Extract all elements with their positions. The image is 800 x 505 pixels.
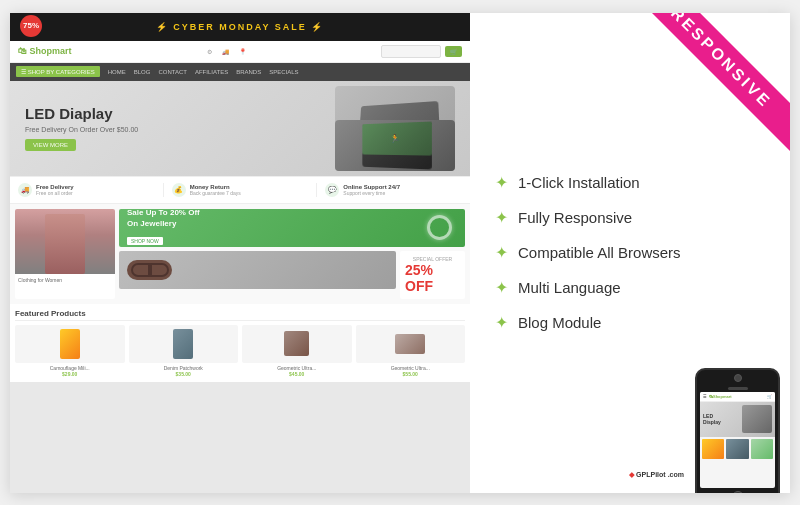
- feature-return-desc: Back guarantee 7 days: [190, 190, 309, 196]
- check-icon-2: ✦: [495, 208, 508, 227]
- featured-price-1: $35.00: [129, 371, 239, 377]
- clothing-label: Clothing for Women: [15, 274, 115, 286]
- feature-support: 💬 Online Support 24/7 Support every time: [317, 183, 470, 197]
- hero-cta-button[interactable]: VIEW MORE: [25, 139, 76, 151]
- hero-title: LED Diaplay: [25, 105, 335, 123]
- nav-affiliates[interactable]: AFFILIATES: [195, 69, 228, 75]
- phone-camera: [734, 374, 742, 382]
- features-list: ✦ 1-Click Installation ✦ Fully Responsiv…: [495, 165, 765, 340]
- featured-price-0: $29.00: [15, 371, 125, 377]
- featured-img-1: [129, 325, 239, 363]
- phone-home-button: [732, 491, 744, 493]
- jewellery-promo: Sale Up To 20% OffOn Jewellery SHOP NOW: [119, 209, 465, 247]
- phone-product-3: [751, 439, 773, 459]
- featured-item-extra: Geometric Ultra... $55.00: [356, 325, 466, 377]
- feature-language-label: Multi Language: [518, 279, 621, 296]
- featured-item-0: Camouflage Mili... $29.00: [15, 325, 125, 377]
- feature-blog-label: Blog Module: [518, 314, 601, 331]
- featured-img-2: [242, 325, 352, 363]
- feature-delivery-desc: Free on all order: [36, 190, 155, 196]
- featured-title: Featured Products: [15, 309, 465, 321]
- search-box[interactable]: [381, 45, 441, 58]
- clothing-promo-col: Clothing for Women: [15, 209, 115, 299]
- main-container: 75% ⚡ CYBER MONDAY SALE ⚡ 🛍 Shopmart ⚙🚚📍…: [10, 13, 790, 493]
- special-offer-box: SPECIAL OFFER 25% OFF: [400, 251, 465, 299]
- featured-products-section: Featured Products Camouflage Mili... $29…: [10, 304, 470, 382]
- clothing-image: [15, 209, 115, 274]
- check-icon-4: ✦: [495, 278, 508, 297]
- return-icon: 💰: [172, 183, 186, 197]
- featured-price-extra: $55.00: [356, 371, 466, 377]
- featured-item-2: Geometric Ultra... $45.00: [242, 325, 352, 377]
- nav-icons: ⚙🚚📍: [207, 48, 246, 55]
- feature-browsers: ✦ Compatible All Browsers: [495, 235, 765, 270]
- phone-logo: 🛍Shopmart: [709, 394, 732, 399]
- feature-1-click-label: 1-Click Installation: [518, 174, 640, 191]
- discount-badge: 75%: [20, 15, 42, 37]
- discount-percentage: 25% OFF: [405, 262, 460, 294]
- phone-speaker: [728, 387, 748, 390]
- feature-browsers-label: Compatible All Browsers: [518, 244, 681, 261]
- featured-grid: Camouflage Mili... $29.00 Denim Patchwor…: [15, 325, 465, 377]
- cart-button[interactable]: 🛒: [445, 46, 462, 57]
- featured-item-1: Denim Patchwork $35.00: [129, 325, 239, 377]
- gpl-text: GPLPilot: [636, 471, 666, 478]
- nav-brands[interactable]: BRANDS: [236, 69, 261, 75]
- banner-strip: 75% ⚡ CYBER MONDAY SALE ⚡: [10, 13, 470, 41]
- phone-product-2: [726, 439, 748, 459]
- featured-img-extra: [356, 325, 466, 363]
- nav-home[interactable]: HOME: [108, 69, 126, 75]
- hero-banner: LED Diaplay Free Delivery On Order Over …: [10, 81, 470, 176]
- sale-banner-text: ⚡ CYBER MONDAY SALE ⚡: [156, 22, 325, 32]
- features-row: 🚚 Free Delivery Free on all order 💰 Mone…: [10, 176, 470, 204]
- lower-promos: SPECIAL OFFER 25% OFF: [119, 251, 465, 299]
- phone-product-1: [702, 439, 724, 459]
- feature-blog: ✦ Blog Module: [495, 305, 765, 340]
- phone-products: [700, 437, 775, 461]
- categories-button[interactable]: ☰ SHOP BY CATEGORIES: [16, 66, 100, 77]
- phone-screen: ☰ 🛍Shopmart 🛒 LEDDisplay: [700, 392, 775, 488]
- sunglasses-promo: [119, 251, 396, 289]
- feature-return: 💰 Money Return Back guarantee 7 days: [164, 183, 318, 197]
- feature-support-desc: Support every time: [343, 190, 462, 196]
- feature-responsive-label: Fully Responsive: [518, 209, 632, 226]
- feature-responsive: ✦ Fully Responsive: [495, 200, 765, 235]
- products-section: Clothing for Women Sale Up To 20% OffOn …: [10, 204, 470, 304]
- nav-contact[interactable]: CONTACT: [158, 69, 187, 75]
- category-nav: ☰ SHOP BY CATEGORIES HOME BLOG CONTACT A…: [10, 63, 470, 81]
- hero-text: LED Diaplay Free Delivery On Order Over …: [25, 105, 335, 151]
- hero-subtitle: Free Delivery On Order Over $50.00: [25, 126, 335, 133]
- nav-specials[interactable]: SPECIALS: [269, 69, 298, 75]
- feature-language: ✦ Multi Language: [495, 270, 765, 305]
- store-logo: 🛍 Shopmart: [18, 46, 72, 56]
- gpl-domain: .com: [668, 471, 684, 478]
- featured-price-2: $45.00: [242, 371, 352, 377]
- jewellery-promo-text: Sale Up To 20% OffOn Jewellery: [127, 208, 200, 229]
- gpl-diamond-icon: ◆: [629, 471, 634, 479]
- feature-1-click: ✦ 1-Click Installation: [495, 165, 765, 200]
- promo-col: Sale Up To 20% OffOn Jewellery SHOP NOW: [119, 209, 465, 299]
- support-icon: 💬: [325, 183, 339, 197]
- promo-shop-now[interactable]: SHOP NOW: [127, 237, 163, 245]
- phone-mockup: ☰ 🛍Shopmart 🛒 LEDDisplay: [695, 368, 780, 493]
- gpl-badge: ◆ GPLPilot.com: [623, 469, 690, 481]
- featured-img-0: [15, 325, 125, 363]
- website-screenshot: 75% ⚡ CYBER MONDAY SALE ⚡ 🛍 Shopmart ⚙🚚📍…: [10, 13, 470, 493]
- right-panel: RESPONSIVE ✦ 1-Click Installation ✦ Full…: [470, 13, 790, 493]
- nav-bar: 🛍 Shopmart ⚙🚚📍 🛒: [10, 41, 470, 63]
- check-icon-1: ✦: [495, 173, 508, 192]
- check-icon-3: ✦: [495, 243, 508, 262]
- hero-product-image: 🏃: [335, 86, 455, 171]
- feature-delivery: 🚚 Free Delivery Free on all order: [10, 183, 164, 197]
- nav-blog[interactable]: BLOG: [134, 69, 151, 75]
- ribbon-wrap: RESPONSIVE: [640, 13, 790, 163]
- delivery-icon: 🚚: [18, 183, 32, 197]
- phone-nav-bar: ☰ 🛍Shopmart 🛒: [700, 392, 775, 402]
- phone-hero: LEDDisplay: [700, 402, 775, 437]
- check-icon-5: ✦: [495, 313, 508, 332]
